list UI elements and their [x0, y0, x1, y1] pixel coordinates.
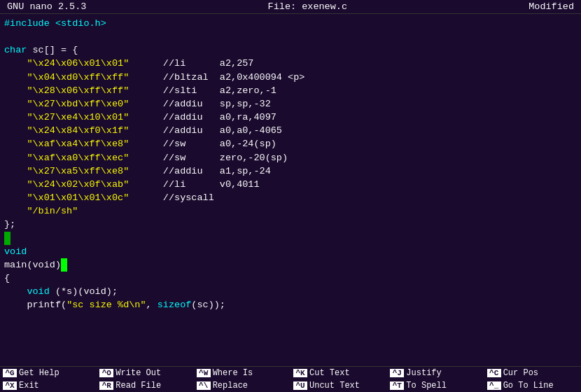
editor: #include <stdio.h> char sc[] = { "\x24\x… — [0, 14, 581, 366]
title-bar: GNU nano 2.5.3 File: exenew.c Modified — [0, 0, 581, 14]
shortcut-where-is: ^W Where Is — [194, 367, 290, 379]
key-j: ^J — [390, 369, 404, 377]
shortcut-row-1: ^G Get Help ^O Write Out ^W Where Is ^K … — [0, 367, 581, 379]
label-exit: Exit — [19, 381, 39, 391]
line-8: "\xaf\xa0\xff\xec" //sw zero,-20(sp) — [4, 151, 577, 164]
line-9: "\x27\xa5\xff\xe8" //addiu a1,sp,-24 — [4, 164, 577, 178]
key-underscore: ^_ — [487, 382, 501, 390]
line-6: "\x24\x84\xf0\x1f" //addiu a0,a0,-4065 — [4, 124, 577, 137]
line-12: "/bin/sh" — [4, 204, 577, 218]
key-u: ^U — [293, 382, 307, 390]
key-g: ^G — [3, 369, 17, 377]
line-close: }; — [4, 218, 577, 231]
label-cur-pos: Cur Pos — [503, 368, 538, 378]
label-to-spell: To Spell — [406, 381, 447, 391]
shortcut-row-2: ^X Exit ^R Read File ^\ Replace ^U Uncut… — [0, 379, 581, 392]
key-backslash: ^\ — [197, 382, 211, 390]
app-name: GNU nano 2.5.3 — [7, 1, 86, 12]
shortcut-cut-text: ^K Cut Text — [290, 367, 387, 379]
key-t: ^T — [390, 382, 404, 390]
line-void-s: void (*s)(void); — [4, 285, 577, 298]
label-read-file: Read File — [115, 381, 161, 391]
shortcut-cur-pos: ^C Cur Pos — [484, 367, 581, 379]
line-3: "\x28\x06\xff\xff" //slti a2,zero,-1 — [4, 84, 577, 97]
shortcut-replace: ^\ Replace — [194, 379, 290, 392]
key-k: ^K — [293, 369, 307, 377]
shortcut-get-help: ^G Get Help — [0, 367, 97, 379]
shortcut-read-file: ^R Read File — [97, 379, 193, 392]
key-w: ^W — [197, 369, 211, 377]
line-main: main(void) — [4, 258, 577, 272]
bottom-bar: ^G Get Help ^O Write Out ^W Where Is ^K … — [0, 366, 581, 392]
shortcut-uncut: ^U Uncut Text — [290, 379, 387, 392]
label-get-help: Get Help — [19, 368, 59, 378]
line-1: "\x24\x06\x01\x01" //li a2,257 — [4, 57, 577, 70]
line-void: void — [4, 245, 577, 258]
line-include: #include <stdio.h> — [4, 17, 577, 30]
shortcut-exit: ^X Exit — [0, 379, 97, 392]
label-where-is: Where Is — [213, 368, 253, 378]
key-x: ^X — [3, 382, 17, 390]
line-green-block — [4, 232, 577, 245]
label-cut-text: Cut Text — [309, 368, 350, 378]
shortcut-justify: ^J Justify — [387, 367, 484, 379]
shortcut-to-spell: ^T To Spell — [387, 379, 484, 392]
line-printf: printf("sc size %d\n", sizeof(sc)); — [4, 298, 577, 312]
shortcut-write-out: ^O Write Out — [97, 367, 193, 379]
line-5: "\x27\xe4\x10\x01" //addiu a0,ra,4097 — [4, 111, 577, 124]
line-char-decl: char sc[] = { — [4, 43, 577, 57]
key-c: ^C — [487, 369, 501, 377]
line-brace-open: { — [4, 272, 577, 285]
file-name: File: exenew.c — [268, 1, 347, 12]
line-7: "\xaf\xa4\xff\xe8" //sw a0,-24(sp) — [4, 137, 577, 150]
label-replace: Replace — [213, 381, 248, 391]
modified-status: Modified — [528, 1, 574, 12]
label-write-out: Write Out — [115, 368, 161, 378]
line-blank1 — [4, 30, 577, 43]
key-r: ^R — [99, 382, 113, 390]
line-10: "\x24\x02\x0f\xab" //li v0,4011 — [4, 178, 577, 191]
label-uncut: Uncut Text — [309, 381, 360, 391]
key-o: ^O — [99, 369, 113, 377]
line-2: "\x04\xd0\xff\xff" //bltzal a2,0x400094 … — [4, 71, 577, 84]
line-11: "\x01\x01\x01\x0c" //syscall — [4, 191, 577, 204]
shortcut-go-to-line: ^_ Go To Line — [484, 379, 581, 392]
label-justify: Justify — [406, 368, 441, 378]
line-4: "\x27\xbd\xff\xe0" //addiu sp,sp,-32 — [4, 97, 577, 111]
label-go-to-line: Go To Line — [503, 381, 554, 391]
